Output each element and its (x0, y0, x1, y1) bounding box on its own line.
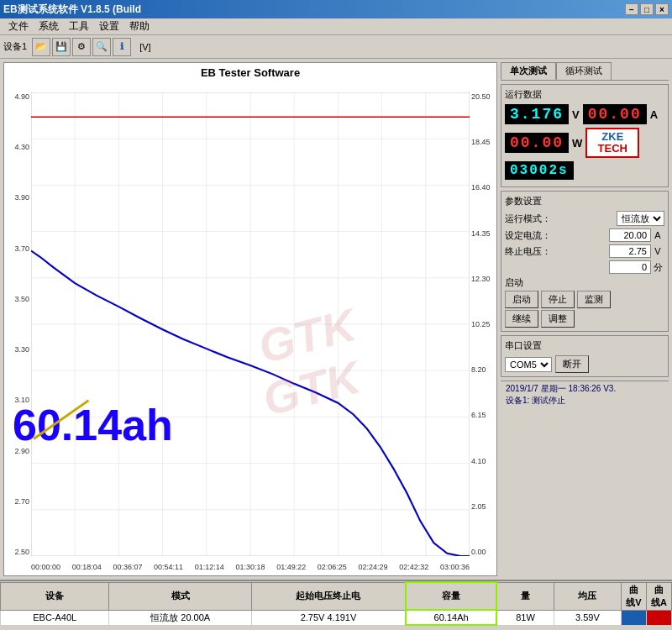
menu-bar: 文件 系统 工具 设置 帮助 (0, 18, 672, 35)
toolbar-zoom[interactable]: 🔍 (92, 38, 111, 56)
com-title: 串口设置 (505, 339, 664, 352)
col-power2: 量 (496, 582, 554, 610)
menu-settings[interactable]: 设置 (94, 18, 124, 34)
minimize-button[interactable]: − (625, 3, 638, 15)
current-unit-label: A (651, 230, 664, 240)
control-buttons-row2: 继续 调整 (505, 310, 664, 328)
com-section: 串口设置 COM1 COM2 COM3 COM4 COM5 断开 (501, 335, 669, 377)
bottom-table: 设备 模式 起始电压终止电 容量 量 均压 曲线V 曲线A EBC-A40L 恒… (0, 580, 672, 613)
chart-title: EB Tester Software (4, 63, 496, 81)
toolbar-open[interactable]: 📂 (32, 38, 50, 56)
voltage-row: 3.176 V 00.00 A (505, 104, 664, 124)
toolbar-info[interactable]: ℹ (113, 38, 131, 56)
mode-label: 运行模式： (505, 213, 617, 225)
status-panel: 2019/1/7 星期一 18:36:26 V3. 设备1: 测试停止 (501, 381, 669, 408)
mode-select[interactable]: 恒流放 恒流充 恒功率 (617, 211, 664, 226)
running-data-section: 运行数据 3.176 V 00.00 A 00.00 W ZKE TECH 03… (501, 84, 669, 187)
close-button[interactable]: × (655, 3, 669, 15)
stop-voltage-input[interactable] (609, 244, 651, 258)
control-buttons-row1: 启动 停止 监测 (505, 291, 664, 308)
tab-single[interactable]: 单次测试 (501, 62, 556, 80)
minutes-input[interactable] (609, 260, 651, 274)
col-device: 设备 (1, 582, 109, 610)
results-table: 设备 模式 起始电压终止电 容量 量 均压 曲线V 曲线A EBC-A40L 恒… (0, 581, 672, 626)
disconnect-button[interactable]: 断开 (555, 355, 589, 373)
status-line2: 设备1: 测试停止 (506, 395, 664, 407)
mode-row: 运行模式： 恒流放 恒流充 恒功率 (505, 211, 664, 226)
cell-curvev (622, 610, 647, 625)
col-mode: 模式 (109, 582, 252, 610)
zke-line1: ZKE (601, 131, 623, 143)
voltage-unit: V (572, 108, 580, 121)
power-unit: W (572, 137, 582, 150)
title-bar-buttons: − □ × (625, 3, 669, 15)
stop-voltage-unit: V (651, 246, 664, 256)
current-unit: A (650, 108, 658, 121)
minutes-label (505, 261, 609, 274)
minutes-unit: 分 (651, 261, 664, 274)
cell-startstop: 2.75V 4.191V (251, 610, 406, 625)
params-section: 参数设置 运行模式： 恒流放 恒流充 恒功率 设定电流： A 终止电压： (501, 191, 669, 332)
menu-tools[interactable]: 工具 (64, 18, 94, 34)
tab-cycle[interactable]: 循环测试 (556, 62, 612, 80)
power-row: 00.00 W ZKE TECH (505, 128, 664, 158)
title-bar-text: EB测试系统软件 V1.8.5 (Build (3, 3, 141, 17)
continue-button[interactable]: 继续 (505, 310, 538, 328)
tabs: 单次测试 循环测试 (501, 62, 669, 81)
params-title: 参数设置 (505, 195, 664, 207)
zke-line2: TECH (598, 143, 627, 155)
com-port-select[interactable]: COM1 COM2 COM3 COM4 COM5 (505, 357, 552, 372)
col-avgv: 均压 (554, 582, 621, 610)
table-row: EBC-A40L 恒流放 20.00A 2.75V 4.191V 60.14Ah… (1, 610, 672, 625)
col-curvev: 曲线V (622, 582, 647, 610)
start-label-row: 启动 (505, 276, 664, 289)
y-axis-right: 20.50 18.45 16.40 14.35 12.30 10.25 8.20… (471, 92, 495, 556)
main-content: EB Tester Software 4.90 4.30 3.90 3.70 3… (0, 59, 672, 580)
axis-label: [V] (139, 42, 150, 52)
monitor-button[interactable]: 监测 (577, 291, 611, 308)
cell-curvea (647, 610, 672, 625)
cell-power: 81W (496, 610, 554, 625)
maximize-button[interactable]: □ (640, 3, 654, 15)
cell-mode: 恒流放 20.00A (109, 610, 252, 625)
current-param-label: 设定电流： (505, 229, 609, 242)
time-display: 03002s (505, 161, 574, 180)
stop-voltage-label: 终止电压： (505, 245, 609, 258)
com-row: COM1 COM2 COM3 COM4 COM5 断开 (505, 355, 664, 373)
cell-avgv: 3.59V (554, 610, 621, 625)
title-bar: EB测试系统软件 V1.8.5 (Build − □ × (0, 0, 672, 18)
adjust-button[interactable]: 调整 (541, 310, 575, 328)
chart-area: EB Tester Software 4.90 4.30 3.90 3.70 3… (3, 62, 497, 576)
stop-button[interactable]: 停止 (541, 291, 575, 308)
menu-system[interactable]: 系统 (34, 18, 64, 34)
running-data-title: 运行数据 (505, 88, 664, 101)
menu-help[interactable]: 帮助 (124, 18, 155, 34)
col-voltage: 起始电压终止电 (251, 582, 406, 610)
zke-logo: ZKE TECH (585, 128, 639, 158)
cell-device: EBC-A40L (1, 610, 109, 625)
start-button[interactable]: 启动 (505, 291, 538, 308)
status-line1: 2019/1/7 星期一 18:36:26 V3. (506, 383, 664, 395)
power-display: 00.00 (505, 133, 569, 153)
chart-svg: GTK GTK (31, 92, 470, 556)
current-input[interactable] (609, 228, 651, 242)
chart-container: 4.90 4.30 3.90 3.70 3.50 3.30 3.10 2.90 … (4, 81, 496, 573)
device-label: 设备1 (3, 40, 27, 53)
toolbar-settings[interactable]: ⚙ (72, 38, 91, 56)
current-param-row: 设定电流： A (505, 228, 664, 242)
current-display: 00.00 (583, 104, 647, 124)
minutes-row: 分 (505, 260, 664, 274)
voltage-display: 3.176 (505, 104, 569, 124)
y-axis-left: 4.90 4.30 3.90 3.70 3.50 3.30 3.10 2.90 … (6, 92, 29, 556)
toolbar: 设备1 📂 💾 ⚙ 🔍 ℹ [V] (0, 35, 672, 59)
toolbar-save[interactable]: 💾 (52, 38, 71, 56)
col-capacity: 容量 (406, 582, 496, 610)
right-panel: 单次测试 循环测试 运行数据 3.176 V 00.00 A 00.00 W Z… (501, 62, 669, 576)
stop-voltage-row: 终止电压： V (505, 244, 664, 258)
col-curvea: 曲线A (647, 582, 672, 610)
menu-file[interactable]: 文件 (3, 18, 34, 34)
x-axis-labels: 00:00:00 00:18:04 00:36:07 00:54:11 01:1… (31, 563, 470, 571)
time-row: 03002s (505, 161, 664, 180)
capacity-display: 60.14ah (13, 400, 173, 450)
cell-capacity: 60.14Ah (406, 610, 496, 625)
